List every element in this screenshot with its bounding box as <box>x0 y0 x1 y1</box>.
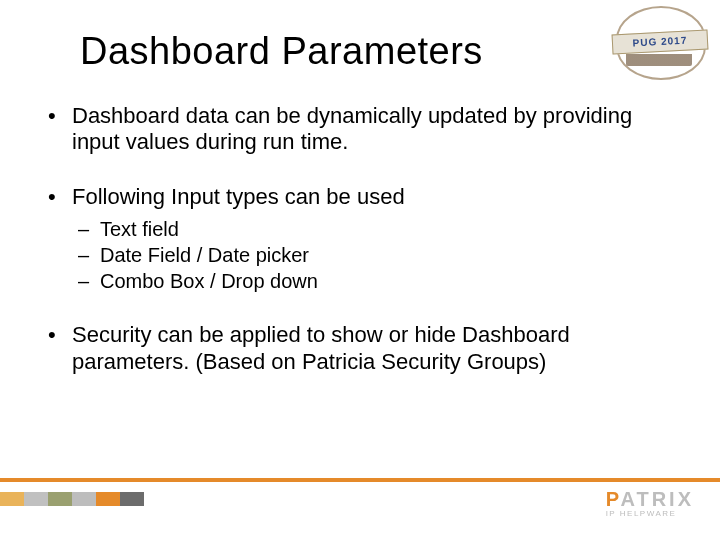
bullet-text: Security can be applied to show or hide … <box>72 322 570 373</box>
sub-bullet-list: Text field Date Field / Date picker Comb… <box>72 216 680 294</box>
sub-bullet-item: Combo Box / Drop down <box>72 268 680 294</box>
color-block <box>0 492 24 506</box>
slide-body: Dashboard data can be dynamically update… <box>40 103 680 375</box>
color-block <box>96 492 120 506</box>
bullet-item: Security can be applied to show or hide … <box>40 322 680 375</box>
color-block <box>72 492 96 506</box>
color-block <box>48 492 72 506</box>
color-blocks <box>0 492 144 506</box>
brand-name: PATRIX <box>606 488 694 511</box>
bullet-list: Dashboard data can be dynamically update… <box>40 103 680 375</box>
footer-logo: PATRIX IP HELPWARE <box>606 488 694 518</box>
color-block <box>120 492 144 506</box>
brand-initial: P <box>606 488 621 510</box>
bullet-text: Following Input types can be used <box>72 184 405 209</box>
sub-bullet-item: Date Field / Date picker <box>72 242 680 268</box>
brand-rest: ATRIX <box>620 488 694 510</box>
bullet-item: Dashboard data can be dynamically update… <box>40 103 680 156</box>
slide: PUG 2017 Dashboard Parameters Dashboard … <box>0 0 720 540</box>
slide-title: Dashboard Parameters <box>80 30 680 73</box>
bullet-text: Dashboard data can be dynamically update… <box>72 103 632 154</box>
divider-line <box>0 478 720 482</box>
sub-bullet-item: Text field <box>72 216 680 242</box>
bullet-item: Following Input types can be used Text f… <box>40 184 680 294</box>
event-badge: PUG 2017 <box>616 6 702 76</box>
color-block <box>24 492 48 506</box>
